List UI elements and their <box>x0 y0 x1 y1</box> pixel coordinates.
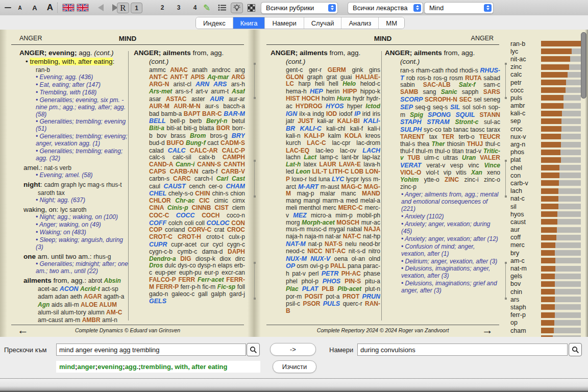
remedy-abbrev[interactable]: rhus-g <box>93 253 111 260</box>
analysis-remedy-row[interactable]: nit-ac <box>510 55 588 63</box>
remedy-abbrev[interactable]: osm ovi-g-p <box>297 262 330 270</box>
remedy-abbrev[interactable]: TER <box>442 133 459 140</box>
remedy-abbrev[interactable]: CADM-S <box>220 139 245 146</box>
remedy-abbrev[interactable]: Xan <box>471 169 487 176</box>
tab-Намери[interactable]: Намери <box>265 17 304 29</box>
remedy-abbrev[interactable]: Carl Cast <box>216 175 245 182</box>
cross-reference-link[interactable]: • Night; agg. (637) <box>36 197 129 204</box>
remedy-abbrev[interactable]: thiosin <box>447 140 467 148</box>
remedy-abbrev[interactable]: calc-s calc-sil calx-b <box>149 154 223 161</box>
remedy-abbrev[interactable]: OP <box>286 262 297 270</box>
remedy-abbrev[interactable]: HYOS <box>326 103 347 110</box>
remedy-abbrev[interactable]: LAUR LAVA-E <box>319 161 363 168</box>
remedy-abbrev[interactable]: CUPR <box>149 241 171 248</box>
cross-reference-link[interactable]: • Delirium; anger, vexation, after (3) <box>401 258 500 265</box>
remedy-abbrev[interactable]: nat-p <box>308 240 325 248</box>
remedy-abbrev[interactable]: Dendro-a <box>149 255 180 262</box>
analysis-remedy-row[interactable]: kali-c <box>510 110 588 117</box>
remedy-abbrev[interactable]: cimic cimx <box>214 197 245 204</box>
remedy-abbrev[interactable]: KALI-BI <box>337 117 363 125</box>
remedy-abbrev[interactable]: tax <box>429 133 442 140</box>
remedy-abbrev[interactable]: Uran <box>462 154 480 161</box>
next-match-button[interactable]: -> <box>270 343 316 356</box>
remedy-abbrev[interactable]: Asaf <box>232 88 245 95</box>
remedy-abbrev[interactable]: ASTAC <box>166 95 191 103</box>
remedy-abbrev[interactable]: PALL <box>330 262 348 270</box>
remedy-abbrev[interactable]: HIST HOCH <box>286 95 322 102</box>
remedy-abbrev[interactable]: Sanic <box>441 88 462 95</box>
cross-reference-link[interactable]: • Eat, eating; after (147) <box>36 82 129 89</box>
remedy-abbrev[interactable]: TEUCR <box>479 133 500 140</box>
remedy-abbrev[interactable]: biti-at biti-g blatta <box>166 125 216 132</box>
cross-reference-link[interactable]: • Evening; agg. (436) <box>36 74 129 81</box>
cross-reference-link[interactable]: • Anger; waking, on (49) <box>36 222 129 229</box>
remedy-abbrev[interactable]: Plb-acet <box>337 285 365 292</box>
remedy-abbrev[interactable]: cadm graph lyc mag-s rhus-t saroth tax <box>38 181 122 196</box>
remedy-abbrev[interactable]: NAT-C <box>343 233 363 240</box>
remedy-abbrev[interactable]: IGN <box>286 110 299 117</box>
remedy-abbrev[interactable]: verat-v vesp vinc <box>426 162 484 169</box>
remedy-abbrev[interactable]: Cann-i <box>176 161 197 168</box>
remedy-grading-button[interactable]: R <box>117 3 129 13</box>
remedy-abbrev[interactable]: KALI-P <box>304 132 328 139</box>
cross-reference-link[interactable]: • Anxiety; anger, vexation; after (12) <box>401 236 500 243</box>
grade-1-button[interactable]: 1 <box>131 3 142 13</box>
cross-reference-link[interactable]: • Anxiety (1102) <box>401 213 500 220</box>
remedy-abbrev[interactable]: NAT-S <box>325 240 345 248</box>
remedy-abbrev[interactable]: lac-leo lac-ov <box>315 147 362 154</box>
remedy-abbrev[interactable]: POSIT <box>305 293 326 300</box>
remedy-abbrev[interactable]: LAC-EQ <box>286 147 315 154</box>
remedy-abbrev[interactable]: TUB <box>407 154 424 161</box>
remedy-abbrev[interactable]: Vince <box>484 162 500 169</box>
remedy-abbrev[interactable]: holm <box>322 95 337 102</box>
remedy-abbrev[interactable]: NUX-M NUX-V <box>286 255 334 262</box>
remedy-abbrev[interactable]: Morph-acet <box>302 219 336 226</box>
remedy-abbrev[interactable]: Leon <box>296 168 312 175</box>
remedy-abbrev[interactable]: JUST <box>298 117 317 125</box>
remedy-abbrev[interactable]: loxo-r lsd luna <box>291 176 332 183</box>
remedy-abbrev[interactable]: SARS <box>483 88 500 95</box>
analysis-remedy-row[interactable]: ars <box>510 296 588 303</box>
remedy-abbrev[interactable]: coriand <box>165 226 188 233</box>
remedy-abbrev[interactable]: seq-g seq-s <box>415 104 450 111</box>
analysis-remedy-row[interactable]: merc <box>510 241 588 249</box>
remedy-abbrev[interactable]: MAND <box>362 190 380 197</box>
remedy-abbrev[interactable]: ACON <box>60 285 80 292</box>
remedy-abbrev[interactable]: chin-s chion <box>212 190 245 197</box>
analysis-remedy-row[interactable]: cham <box>510 327 588 334</box>
cross-reference-link[interactable]: • Generalities; trembling; evening (51) <box>36 118 129 133</box>
analysis-remedy-row[interactable]: op <box>510 319 588 327</box>
remedy-abbrev[interactable]: asar <box>149 95 166 103</box>
remedy-abbrev[interactable]: CALC-AR CALC-P <box>190 147 245 154</box>
remedy-abbrev[interactable]: oena ol-an olnd <box>334 255 380 262</box>
remedy-abbrev[interactable]: BUFO <box>166 139 186 146</box>
cross-reference-link[interactable]: • Night; agg.; waking, on (100) <box>36 214 129 221</box>
cross-reference-link[interactable]: • Waking; on (483) <box>36 229 129 236</box>
analysis-remedy-row[interactable]: calc <box>510 71 588 79</box>
analysis-remedy-row[interactable]: chin <box>510 288 588 296</box>
remedy-abbrev[interactable]: CORV-C <box>188 226 214 233</box>
remedy-abbrev[interactable]: viol-t vip vitis <box>426 169 471 176</box>
remedy-abbrev[interactable]: MEZ <box>293 212 311 219</box>
cross-reference-link[interactable]: • Generalities; trembling; evening; ange… <box>36 133 129 148</box>
analysis-remedy-row[interactable]: nat-c <box>510 195 588 203</box>
remedy-abbrev[interactable]: carch-l <box>194 175 216 182</box>
spine-handle[interactable] <box>254 64 255 98</box>
remedy-abbrev[interactable]: crat <box>214 226 227 233</box>
remedy-abbrev[interactable]: mag-p malar manc <box>297 190 362 197</box>
analysis-remedy-row[interactable]: chel <box>510 164 588 172</box>
remedy-abbrev[interactable]: COCH <box>202 212 227 219</box>
remedy-abbrev[interactable]: lyc saroth <box>60 206 86 213</box>
remedy-abbrev[interactable]: gent-c ger-r <box>286 66 328 74</box>
remedy-abbrev[interactable]: FALCO-P FERR <box>149 276 198 283</box>
remedy-abbrev[interactable]: CARC <box>173 175 194 182</box>
remedy-abbrev[interactable]: PH-AC <box>341 270 364 277</box>
remedy-abbrev[interactable]: CARB-V <box>221 168 245 175</box>
spine-handle[interactable] <box>254 263 255 299</box>
analysis-remedy-row[interactable]: carb-v <box>510 179 588 187</box>
cross-reference-link[interactable]: • Anxiety; anger, vexation; during (45) <box>401 221 500 235</box>
remedy-abbrev[interactable]: Agn <box>38 301 52 308</box>
cross-reference-link[interactable]: • Sleep; waking; anguish, during (3) <box>36 237 129 251</box>
remedy-abbrev[interactable]: lamp-c lant-br lap-laz <box>320 154 380 161</box>
remedy-abbrev[interactable]: CALC <box>168 147 190 154</box>
